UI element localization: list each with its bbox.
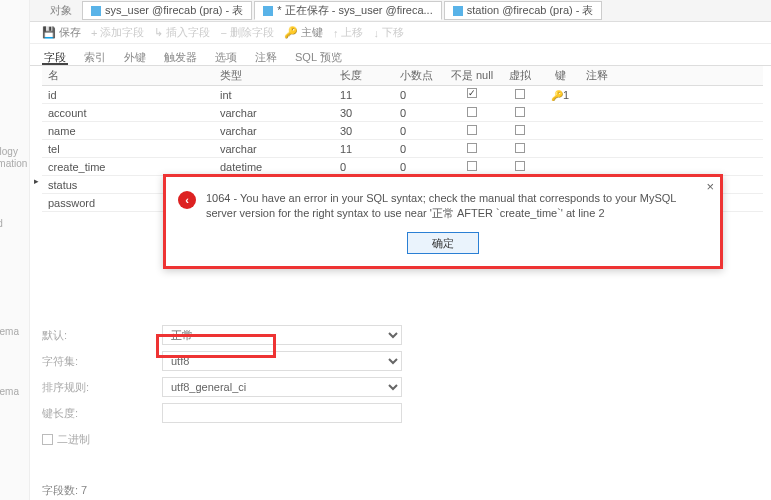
cell-notnull[interactable]: [444, 86, 500, 103]
subtab-fk[interactable]: 外键: [122, 48, 148, 65]
tab-saving[interactable]: * 正在保存 - sys_user @fireca...: [254, 1, 441, 20]
cell-virtual[interactable]: [500, 123, 540, 139]
delete-field-button[interactable]: −删除字段: [220, 25, 273, 40]
tab-station[interactable]: station @firecab (pra) - 表: [444, 1, 603, 20]
checkbox-icon: [467, 88, 477, 98]
side-label: hema: [0, 326, 19, 337]
cell-length[interactable]: 0: [334, 159, 394, 175]
cell-notnull[interactable]: [444, 159, 500, 175]
cell-decimal[interactable]: 0: [394, 123, 444, 139]
table-icon: [91, 6, 101, 16]
cell-notnull[interactable]: [444, 105, 500, 121]
charset-label: 字符集:: [42, 354, 142, 369]
col-type[interactable]: 类型: [214, 66, 334, 85]
tab-objects[interactable]: 对象: [42, 1, 80, 20]
toolbar: 💾保存 +添加字段 ↳插入字段 −删除字段 🔑主键 ↑上移 ↓下移: [0, 22, 771, 44]
cell-name[interactable]: tel: [42, 141, 214, 157]
cell-length[interactable]: 30: [334, 105, 394, 121]
cell-notnull[interactable]: [444, 123, 500, 139]
col-key[interactable]: 键: [540, 66, 580, 85]
error-icon: ‹: [178, 191, 196, 209]
subtab-options[interactable]: 选项: [213, 48, 239, 65]
side-label: hema: [0, 386, 19, 397]
table-row[interactable]: telvarchar110: [42, 140, 763, 158]
cell-key[interactable]: 🔑1: [540, 87, 580, 103]
cell-comment[interactable]: [580, 111, 700, 115]
collation-select[interactable]: utf8_general_ci: [162, 377, 402, 397]
cell-key[interactable]: [540, 129, 580, 133]
svg-rect-1: [263, 6, 273, 16]
col-decimal[interactable]: 小数点: [394, 66, 444, 85]
cell-comment[interactable]: [580, 129, 700, 133]
down-icon: ↓: [373, 27, 379, 39]
cell-key[interactable]: [540, 165, 580, 169]
col-comment[interactable]: 注释: [580, 66, 700, 85]
cell-notnull[interactable]: [444, 141, 500, 157]
cell-virtual[interactable]: [500, 159, 540, 175]
cell-virtual[interactable]: [500, 141, 540, 157]
move-down-button[interactable]: ↓下移: [373, 25, 404, 40]
cell-type[interactable]: varchar: [214, 105, 334, 121]
save-button[interactable]: 💾保存: [42, 25, 81, 40]
move-up-button[interactable]: ↑上移: [333, 25, 364, 40]
key-icon: 🔑: [284, 26, 298, 39]
cell-length[interactable]: 30: [334, 123, 394, 139]
checkbox-icon: [515, 161, 525, 171]
side-label: rd: [0, 218, 3, 229]
binary-checkbox[interactable]: 二进制: [42, 432, 90, 447]
delete-icon: −: [220, 27, 226, 39]
subtab-fields[interactable]: 字段: [42, 48, 68, 65]
save-icon: 💾: [42, 26, 56, 39]
cell-name[interactable]: account: [42, 105, 214, 121]
cell-name[interactable]: name: [42, 123, 214, 139]
cell-length[interactable]: 11: [334, 141, 394, 157]
col-length[interactable]: 长度: [334, 66, 394, 85]
cell-decimal[interactable]: 0: [394, 87, 444, 103]
side-label: rmation: [0, 158, 27, 169]
cell-comment[interactable]: [580, 93, 700, 97]
grid-header: 名 类型 长度 小数点 不是 null 虚拟 键 注释: [42, 66, 763, 86]
subtab-triggers[interactable]: 触发器: [162, 48, 199, 65]
cell-virtual[interactable]: [500, 105, 540, 121]
cell-key[interactable]: [540, 147, 580, 151]
keylen-input[interactable]: [162, 403, 402, 423]
tab-label: * 正在保存 - sys_user @fireca...: [277, 3, 432, 18]
add-field-button[interactable]: +添加字段: [91, 25, 144, 40]
close-button[interactable]: ×: [706, 179, 714, 194]
table-row[interactable]: namevarchar300: [42, 122, 763, 140]
default-select[interactable]: 正常: [162, 325, 402, 345]
cell-name[interactable]: id: [42, 87, 214, 103]
cell-comment[interactable]: [580, 165, 700, 169]
add-icon: +: [91, 27, 97, 39]
col-notnull[interactable]: 不是 null: [444, 66, 500, 85]
table-row[interactable]: idint110🔑1: [42, 86, 763, 104]
insert-field-button[interactable]: ↳插入字段: [154, 25, 210, 40]
subtab-indexes[interactable]: 索引: [82, 48, 108, 65]
default-label: 默认:: [42, 328, 142, 343]
cell-type[interactable]: int: [214, 87, 334, 103]
table-row[interactable]: accountvarchar300: [42, 104, 763, 122]
cell-decimal[interactable]: 0: [394, 141, 444, 157]
field-properties: 默认: 正常 字符集: utf8 排序规则: utf8_general_ci 键…: [42, 322, 763, 452]
cell-virtual[interactable]: [500, 87, 540, 103]
cell-length[interactable]: 11: [334, 87, 394, 103]
tab-sysuser[interactable]: sys_user @firecab (pra) - 表: [82, 1, 252, 20]
charset-select[interactable]: utf8: [162, 351, 402, 371]
cell-key[interactable]: [540, 111, 580, 115]
key-icon: 🔑: [551, 90, 563, 101]
collation-label: 排序规则:: [42, 380, 142, 395]
col-virtual[interactable]: 虚拟: [500, 66, 540, 85]
cell-decimal[interactable]: 0: [394, 105, 444, 121]
checkbox-icon: [515, 125, 525, 135]
cell-comment[interactable]: [580, 147, 700, 151]
cell-type[interactable]: datetime: [214, 159, 334, 175]
cell-decimal[interactable]: 0: [394, 159, 444, 175]
primary-key-button[interactable]: 🔑主键: [284, 25, 323, 40]
col-name[interactable]: 名: [42, 66, 214, 85]
ok-button[interactable]: 确定: [407, 232, 479, 254]
subtab-sql-preview[interactable]: SQL 预览: [293, 48, 344, 65]
cell-name[interactable]: create_time: [42, 159, 214, 175]
subtab-comment[interactable]: 注释: [253, 48, 279, 65]
cell-type[interactable]: varchar: [214, 123, 334, 139]
cell-type[interactable]: varchar: [214, 141, 334, 157]
